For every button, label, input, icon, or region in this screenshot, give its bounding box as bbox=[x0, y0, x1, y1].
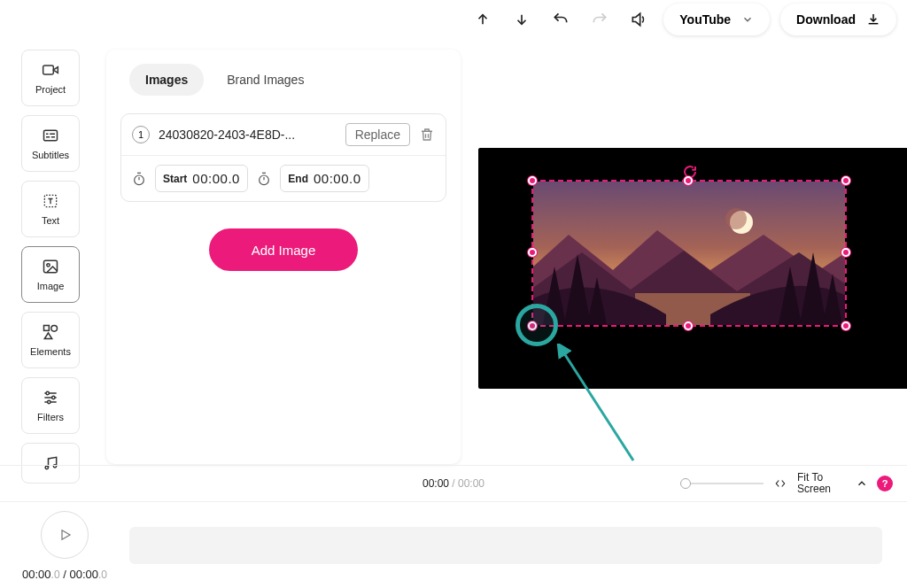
svg-point-6 bbox=[51, 326, 58, 332]
shapes-icon bbox=[41, 323, 60, 341]
start-time-input[interactable]: Start 00:00.0 bbox=[155, 165, 248, 192]
sidebar-item-label: Elements bbox=[30, 346, 71, 357]
move-up-button[interactable] bbox=[469, 5, 497, 34]
end-time-input[interactable]: End 00:00.0 bbox=[280, 165, 369, 192]
image-icon bbox=[41, 258, 60, 275]
zoom-slider[interactable] bbox=[682, 483, 764, 484]
add-image-button[interactable]: Add Image bbox=[209, 228, 358, 271]
replace-button[interactable]: Replace bbox=[345, 123, 410, 146]
sidebar-item-label: Image bbox=[37, 281, 65, 291]
timeline: 00:00.0 / 00:00.0 bbox=[0, 503, 907, 588]
video-canvas[interactable] bbox=[478, 148, 907, 389]
tc-current-ms: .0 bbox=[51, 569, 60, 581]
resize-handle-bottom-left[interactable] bbox=[528, 321, 537, 330]
svg-point-7 bbox=[46, 391, 49, 394]
download-icon bbox=[866, 12, 880, 27]
download-button[interactable]: Download bbox=[780, 4, 896, 35]
sidebar-item-text[interactable]: Text bbox=[21, 181, 80, 237]
platform-dropdown[interactable]: YouTube bbox=[663, 4, 770, 35]
zoom-thumb[interactable] bbox=[680, 478, 691, 489]
image-preview bbox=[533, 182, 845, 325]
timeline-track[interactable] bbox=[129, 527, 882, 564]
help-button[interactable]: ? bbox=[877, 476, 893, 491]
platform-label: YouTube bbox=[679, 12, 731, 27]
video-camera-icon bbox=[41, 61, 60, 79]
fit-to-screen-button[interactable]: Fit To Screen bbox=[797, 472, 847, 495]
images-panel: Images Brand Images 1 24030820-2403-4E8D… bbox=[106, 50, 461, 464]
timeline-timecode: 00:00.0 / 00:00.0 bbox=[22, 568, 107, 581]
tab-brand-images[interactable]: Brand Images bbox=[211, 64, 320, 96]
resize-handle-bottom-right[interactable] bbox=[841, 321, 850, 330]
move-down-button[interactable] bbox=[508, 5, 536, 34]
svg-point-13 bbox=[260, 175, 269, 185]
svg-rect-0 bbox=[43, 66, 54, 74]
audio-icon[interactable] bbox=[624, 5, 653, 34]
resize-handle-top-middle[interactable] bbox=[684, 176, 693, 185]
time-sep: / bbox=[449, 477, 458, 490]
chevron-up-icon[interactable] bbox=[856, 477, 868, 490]
tc-current: 00:00 bbox=[22, 568, 51, 581]
resize-handle-middle-left[interactable] bbox=[528, 248, 537, 257]
svg-rect-5 bbox=[44, 326, 50, 331]
fit-screen-icon[interactable] bbox=[772, 477, 788, 490]
sidebar-item-label: Filters bbox=[37, 412, 64, 422]
resize-handle-bottom-middle[interactable] bbox=[684, 321, 693, 330]
sidebar-item-image[interactable]: Image bbox=[21, 246, 80, 303]
resize-handle-top-right[interactable] bbox=[841, 176, 850, 185]
subtitles-icon bbox=[41, 127, 60, 144]
left-sidebar: Project Subtitles Text Image Elements Fi… bbox=[21, 50, 83, 484]
text-icon bbox=[41, 192, 60, 210]
tab-images[interactable]: Images bbox=[129, 64, 204, 96]
sidebar-item-label: Subtitles bbox=[32, 150, 69, 160]
svg-point-16 bbox=[725, 208, 747, 229]
stopwatch-icon bbox=[257, 172, 271, 186]
tc-total: 00:00 bbox=[69, 568, 98, 581]
undo-button[interactable] bbox=[547, 5, 575, 34]
download-label: Download bbox=[796, 12, 856, 27]
resize-handle-top-left[interactable] bbox=[528, 176, 537, 185]
svg-point-9 bbox=[48, 400, 50, 403]
svg-point-12 bbox=[135, 175, 144, 185]
image-list-item: 1 24030820-2403-4E8D-... Replace Start 0… bbox=[120, 113, 446, 202]
svg-point-4 bbox=[47, 264, 50, 267]
status-bar: 00:00 / 00:00 Fit To Screen ? bbox=[0, 465, 907, 502]
end-label: End bbox=[288, 173, 308, 185]
resize-handle-middle-right[interactable] bbox=[841, 248, 850, 257]
start-label: Start bbox=[163, 173, 187, 185]
tc-sep: / bbox=[60, 568, 70, 581]
svg-rect-3 bbox=[44, 260, 58, 272]
image-index-badge: 1 bbox=[132, 126, 150, 143]
total-time: 00:00 bbox=[458, 477, 485, 490]
sliders-icon bbox=[41, 389, 60, 406]
sidebar-item-label: Text bbox=[42, 215, 59, 226]
stopwatch-icon bbox=[132, 172, 146, 186]
sidebar-item-elements[interactable]: Elements bbox=[21, 312, 80, 368]
svg-rect-1 bbox=[44, 130, 58, 141]
image-filename: 24030820-2403-4E8D-... bbox=[159, 128, 337, 142]
current-time: 00:00 bbox=[422, 477, 449, 490]
svg-point-8 bbox=[52, 396, 55, 398]
trash-icon[interactable] bbox=[419, 127, 435, 143]
playback-time: 00:00 / 00:00 bbox=[422, 477, 485, 490]
sidebar-item-filters[interactable]: Filters bbox=[21, 377, 80, 434]
sidebar-item-label: Project bbox=[35, 84, 66, 95]
start-value: 00:00.0 bbox=[192, 171, 240, 186]
chevron-down-icon bbox=[741, 13, 754, 26]
redo-button[interactable] bbox=[585, 5, 614, 34]
end-value: 00:00.0 bbox=[314, 171, 361, 186]
sidebar-item-subtitles[interactable]: Subtitles bbox=[21, 115, 80, 172]
selection-box[interactable] bbox=[531, 180, 847, 327]
play-button[interactable] bbox=[41, 511, 89, 559]
tc-total-ms: .0 bbox=[98, 569, 107, 581]
sidebar-item-project[interactable]: Project bbox=[21, 50, 80, 106]
